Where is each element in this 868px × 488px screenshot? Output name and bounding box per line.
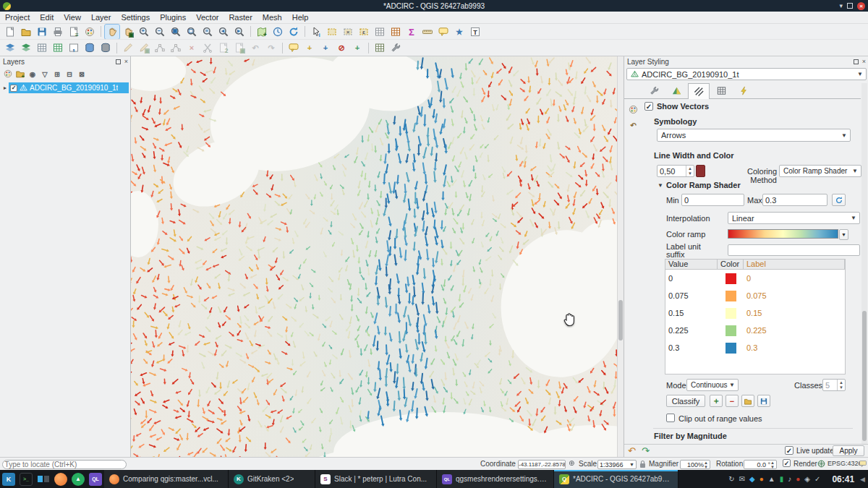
text-annotation-icon[interactable]: T [468, 25, 482, 39]
taskbar-task[interactable]: Q*ADCIRC - QGIS 26427ab9993 [554, 470, 678, 488]
history-tab[interactable] [733, 83, 754, 98]
save-layer-edits-icon[interactable]: ▣ [137, 40, 151, 55]
menu-raster[interactable]: Raster [224, 12, 257, 23]
spinner-arrows-icon[interactable]: ▲▼ [837, 380, 845, 390]
new-spatial-bookmark-icon[interactable]: ★ [452, 25, 467, 39]
vertex-tool-icon[interactable] [169, 40, 183, 55]
ramp-label[interactable]: 0.075 [744, 291, 845, 300]
toggle-editing-icon[interactable] [121, 40, 135, 55]
menu-view[interactable]: View [59, 12, 86, 23]
render-checkbox[interactable]: ✓ [783, 459, 791, 467]
color-swatch[interactable] [726, 308, 736, 319]
new-project-icon[interactable] [3, 25, 17, 39]
tray-keyboard-icon[interactable]: ▲ [768, 475, 775, 483]
lock-icon[interactable] [639, 460, 646, 468]
show-vectors-checkbox[interactable]: ✓ [644, 102, 653, 111]
ramp-color-cell[interactable] [718, 325, 744, 336]
color-ramp-menu-button[interactable]: ▼ [839, 229, 848, 240]
zoom-full-icon[interactable]: ▣ [169, 25, 183, 39]
styling-undock-icon[interactable] [854, 59, 859, 64]
tray-mail-icon[interactable]: ✉ [739, 475, 745, 483]
zoom-next-icon[interactable]: ▸ [232, 25, 247, 39]
menu-project[interactable]: Project [0, 12, 35, 23]
rotation-spinner[interactable]: 0.0 ° ▲▼ [744, 460, 777, 469]
layer-expander-icon[interactable]: ▸ [1, 85, 9, 91]
zoom-to-layer-icon[interactable]: ≡ [200, 25, 215, 39]
window-close-icon[interactable]: × [857, 2, 865, 10]
remove-class-button[interactable]: − [726, 395, 739, 407]
color-ramp-table[interactable]: ValueColorLabel 000.0750.0750.150.150.22… [665, 259, 846, 374]
tray-volume-icon[interactable]: ♪ [788, 475, 791, 483]
color-ramp-preview[interactable] [728, 229, 838, 239]
expand-all-icon[interactable]: ⊞ [51, 68, 63, 80]
pan-to-selection-icon[interactable]: ▣ [121, 25, 135, 39]
add-annotation-icon[interactable] [286, 40, 301, 55]
color-swatch[interactable] [726, 291, 736, 301]
zoom-last-icon[interactable]: ◂ [216, 25, 231, 39]
scale-combo[interactable]: 1:33966 ▼ [597, 460, 637, 469]
spinner-arrows-icon[interactable]: ▲▼ [704, 461, 708, 469]
zoom-out-icon[interactable]: − [153, 25, 167, 39]
add-line-feature-icon[interactable]: + [318, 40, 333, 55]
menu-edit[interactable]: Edit [35, 12, 59, 23]
styling-scrollbar[interactable] [861, 83, 867, 444]
ramp-table-row[interactable]: 0.0750.075 [665, 287, 845, 304]
map-canvas[interactable] [131, 56, 617, 457]
color-swatch[interactable] [726, 343, 736, 354]
frames-tab[interactable] [710, 83, 732, 98]
add-polygon-feature-icon[interactable]: + [350, 40, 365, 55]
ramp-label[interactable]: 0 [744, 274, 845, 283]
styling-scrollbar-handle[interactable] [862, 311, 867, 441]
ramp-table-header-label[interactable]: Label [744, 260, 845, 269]
identify-features-icon[interactable]: i [309, 25, 323, 39]
menu-help[interactable]: Help [287, 12, 314, 23]
layer-visibility-checkbox[interactable]: ✓ [10, 85, 17, 92]
undo-style-icon[interactable]: ↶ [628, 445, 636, 456]
messages-icon[interactable] [859, 461, 867, 467]
open-attribute-table-icon[interactable] [373, 25, 387, 39]
ramp-value[interactable]: 0 [665, 274, 718, 283]
taskbar-task[interactable]: KGitKraken <2> [229, 470, 315, 488]
styling-close-icon[interactable]: × [862, 58, 866, 65]
add-class-button[interactable]: ＋ [710, 395, 723, 407]
add-raster-layer-icon[interactable] [35, 40, 49, 55]
spinner-arrows-icon[interactable]: ▲▼ [770, 461, 775, 469]
window-shade-icon[interactable]: ▾ [839, 0, 843, 12]
magnifier-spinner[interactable]: 100% ▲▼ [680, 460, 710, 469]
map-tips-icon[interactable] [436, 25, 451, 39]
filter-legend-icon[interactable]: ▽ [38, 68, 51, 80]
crs-label[interactable]: EPSG:4326 [827, 460, 862, 467]
clip-checkbox[interactable] [666, 414, 675, 422]
menu-plugins[interactable]: Plugins [155, 12, 191, 23]
field-calculator-icon[interactable] [388, 25, 403, 39]
line-width-spinner[interactable]: 0,50 ▲▼ [657, 165, 694, 177]
save-ramp-button[interactable] [757, 395, 770, 407]
ramp-table-row[interactable]: 00 [665, 270, 845, 287]
vector-settings-tab[interactable] [688, 83, 710, 99]
window-maximize-icon[interactable] [847, 3, 853, 9]
color-swatch[interactable] [726, 273, 736, 284]
classes-spinner[interactable]: 5 ▲▼ [822, 379, 846, 391]
tray-clipboard-icon[interactable]: ◈ [804, 475, 810, 483]
delete-selected-icon[interactable]: × [184, 40, 199, 55]
crs-icon[interactable] [817, 460, 825, 468]
symbology-type-combo[interactable]: Arrows ▼ [657, 129, 851, 142]
redo-style-icon[interactable]: ↷ [642, 445, 650, 456]
remove-layer-group-icon[interactable]: ⊠ [75, 68, 88, 80]
panel-hide-icon[interactable]: ◀ [860, 476, 868, 483]
select-features-icon[interactable] [325, 25, 339, 39]
green-app-icon[interactable]: ▲ [72, 473, 85, 486]
locator-search-input[interactable] [2, 460, 127, 469]
ramp-color-cell[interactable] [718, 273, 744, 284]
layer-item-adcirc[interactable]: ✓ ADCIRC_BG_20190910_1t [9, 82, 129, 93]
ql-app-icon[interactable]: QL [89, 473, 102, 486]
tray-status-icon[interactable]: ✓ [814, 475, 820, 483]
classify-button[interactable]: Classify [666, 395, 705, 407]
interpolation-combo[interactable]: Linear ▼ [728, 212, 860, 224]
add-point-feature-icon[interactable]: + [302, 40, 317, 55]
save-project-icon[interactable] [35, 25, 49, 39]
zoom-in-icon[interactable]: + [137, 25, 151, 39]
manage-map-themes-icon[interactable]: ◉ [26, 68, 38, 80]
ramp-label[interactable]: 0.225 [744, 326, 845, 335]
add-vector-layer-icon[interactable] [19, 40, 33, 55]
